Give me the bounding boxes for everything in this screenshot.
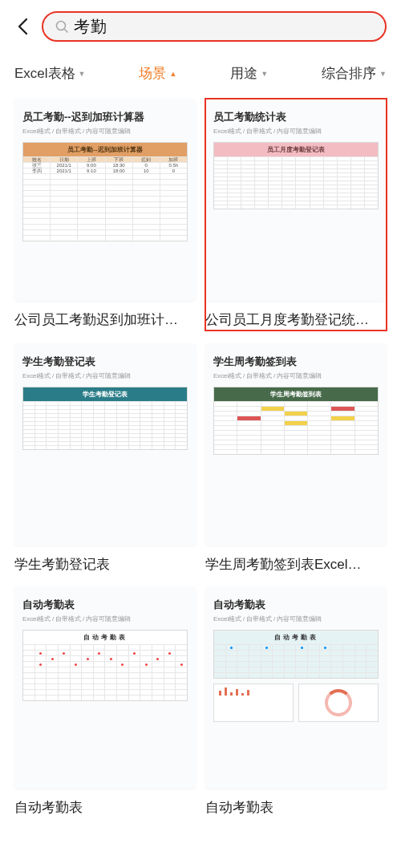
chevron-up-icon: ▲ bbox=[169, 70, 176, 78]
back-button[interactable] bbox=[11, 15, 34, 38]
sheet-header: 自动考勤表 bbox=[214, 631, 378, 644]
sheet-header: 自动考勤表 bbox=[23, 631, 187, 644]
sheet-header: 学生周考勤签到表 bbox=[214, 387, 378, 401]
header: 考勤 bbox=[0, 0, 401, 53]
chevron-down-icon: ▼ bbox=[79, 70, 86, 78]
thumbnail: 学生周考勤签到表 Excel格式 / 自带格式 / 内容可随意编辑 学生周考勤签… bbox=[205, 343, 387, 546]
search-input[interactable]: 考勤 bbox=[42, 11, 387, 42]
thumb-title: 自动考勤表 bbox=[22, 598, 188, 612]
thumbnail: 学生考勤登记表 Excel格式 / 自带格式 / 内容可随意编辑 学生考勤登记表 bbox=[14, 343, 196, 546]
template-card[interactable]: 学生考勤登记表 Excel格式 / 自带格式 / 内容可随意编辑 学生考勤登记表… bbox=[14, 343, 196, 574]
card-title: 公司员工月度考勤登记统… bbox=[205, 310, 387, 329]
template-card[interactable]: 员工考勤统计表 Excel格式 / 自带格式 / 内容可随意编辑 员工月度考勤登… bbox=[205, 99, 387, 331]
filter-label: 用途 bbox=[230, 64, 257, 83]
thumb-title: 学生考勤登记表 bbox=[22, 355, 188, 369]
chevron-down-icon: ▼ bbox=[379, 70, 387, 78]
thumb-title: 自动考勤表 bbox=[213, 598, 379, 612]
chevron-down-icon: ▼ bbox=[261, 70, 268, 78]
filter-scene[interactable]: 场景 ▲ bbox=[139, 64, 176, 83]
mini-charts bbox=[213, 683, 379, 722]
thumb-title: 员工考勤--迟到加班计算器 bbox=[22, 110, 188, 124]
filter-label: 综合排序 bbox=[322, 64, 376, 83]
bar-chart-icon bbox=[214, 684, 293, 699]
thumb-subtitle: Excel格式 / 自带格式 / 内容可随意编辑 bbox=[22, 127, 188, 136]
template-card[interactable]: 员工考勤--迟到加班计算器 Excel格式 / 自带格式 / 内容可随意编辑 员… bbox=[14, 99, 196, 331]
template-card[interactable]: 自动考勤表 Excel格式 / 自带格式 / 内容可随意编辑 自动考勤表 bbox=[205, 586, 387, 817]
thumbnail: 员工考勤--迟到加班计算器 Excel格式 / 自带格式 / 内容可随意编辑 员… bbox=[14, 99, 196, 301]
donut-chart-icon bbox=[325, 689, 352, 716]
thumb-subtitle: Excel格式 / 自带格式 / 内容可随意编辑 bbox=[213, 127, 379, 136]
search-text: 考勤 bbox=[74, 16, 107, 38]
card-title: 自动考勤表 bbox=[14, 798, 196, 817]
svg-line-1 bbox=[64, 29, 67, 32]
thumb-subtitle: Excel格式 / 自带格式 / 内容可随意编辑 bbox=[22, 614, 188, 623]
template-card[interactable]: 学生周考勤签到表 Excel格式 / 自带格式 / 内容可随意编辑 学生周考勤签… bbox=[205, 343, 387, 574]
thumbnail: 自动考勤表 Excel格式 / 自带格式 / 内容可随意编辑 自动考勤表 bbox=[205, 586, 387, 789]
filter-bar: Excel表格 ▼ 场景 ▲ 用途 ▼ 综合排序 ▼ bbox=[0, 53, 401, 94]
filter-label: 场景 bbox=[139, 64, 166, 83]
card-title: 自动考勤表 bbox=[205, 798, 387, 817]
thumb-title: 员工考勤统计表 bbox=[213, 110, 379, 124]
thumb-subtitle: Excel格式 / 自带格式 / 内容可随意编辑 bbox=[213, 614, 379, 623]
filter-label: Excel表格 bbox=[14, 64, 75, 83]
card-title: 学生考勤登记表 bbox=[14, 555, 196, 574]
sheet-header: 学生考勤登记表 bbox=[23, 387, 187, 401]
filter-sort[interactable]: 综合排序 ▼ bbox=[322, 64, 387, 83]
filter-usage[interactable]: 用途 ▼ bbox=[230, 64, 268, 83]
thumb-subtitle: Excel格式 / 自带格式 / 内容可随意编辑 bbox=[22, 371, 188, 380]
card-title: 公司员工考勤迟到加班计… bbox=[14, 310, 196, 329]
filter-excel[interactable]: Excel表格 ▼ bbox=[14, 64, 86, 83]
thumbnail: 员工考勤统计表 Excel格式 / 自带格式 / 内容可随意编辑 员工月度考勤登… bbox=[205, 99, 387, 301]
template-card[interactable]: 自动考勤表 Excel格式 / 自带格式 / 内容可随意编辑 自动考勤表 自动考… bbox=[14, 586, 196, 817]
search-icon bbox=[55, 19, 69, 34]
thumb-title: 学生周考勤签到表 bbox=[213, 355, 379, 369]
thumb-subtitle: Excel格式 / 自带格式 / 内容可随意编辑 bbox=[213, 371, 379, 380]
sheet-header: 员工月度考勤登记表 bbox=[214, 143, 378, 156]
sheet-header: 员工考勤--迟到加班计算器 bbox=[23, 143, 187, 156]
template-grid: 员工考勤--迟到加班计算器 Excel格式 / 自带格式 / 内容可随意编辑 员… bbox=[0, 94, 401, 817]
chevron-left-icon bbox=[17, 18, 28, 35]
thumbnail: 自动考勤表 Excel格式 / 自带格式 / 内容可随意编辑 自动考勤表 bbox=[14, 586, 196, 789]
card-title: 学生周考勤签到表Excel… bbox=[205, 555, 387, 574]
